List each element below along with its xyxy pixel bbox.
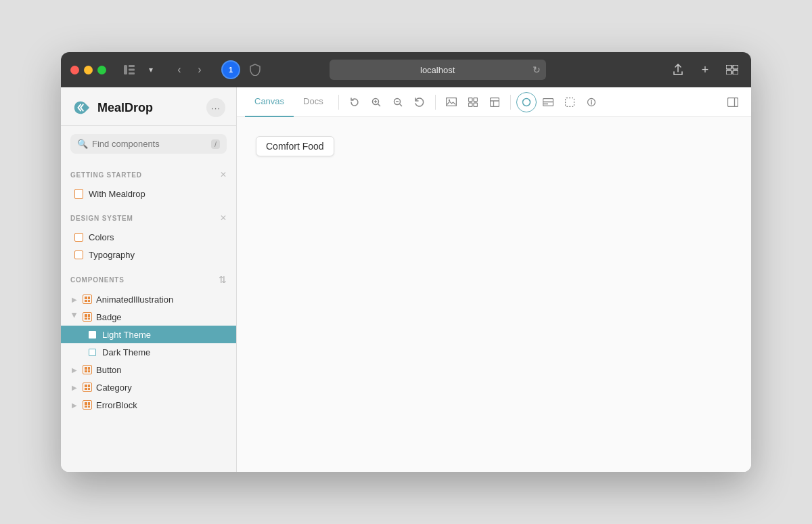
- dark-theme-label: Dark Theme: [102, 347, 150, 357]
- onepassword-icon[interactable]: 1: [221, 60, 240, 79]
- svg-rect-14: [468, 103, 472, 107]
- forward-button[interactable]: ›: [190, 60, 209, 79]
- colors-icon: [73, 232, 84, 242]
- components-section: COMPONENTS ⇅ ▶ AnimatedIllustration ▶: [61, 266, 236, 416]
- svg-point-17: [522, 98, 530, 106]
- badge-label: Badge: [96, 312, 122, 322]
- getting-started-title: GETTING STARTED: [70, 171, 142, 179]
- svg-rect-6: [726, 70, 731, 74]
- animated-illustration-label: AnimatedIllustration: [96, 294, 173, 305]
- component-grid-icon: [82, 294, 93, 305]
- svg-rect-7: [733, 70, 738, 74]
- image-icon-btn[interactable]: [441, 92, 461, 112]
- svg-rect-3: [129, 72, 135, 74]
- search-shortcut-badge: /: [211, 139, 220, 149]
- toolbar-divider-2: [435, 95, 436, 110]
- reset-zoom-icon-btn[interactable]: [409, 92, 430, 112]
- error-block-label: ErrorBlock: [96, 400, 137, 410]
- category-arrow-icon: ▶: [70, 383, 78, 391]
- design-system-collapse-icon[interactable]: ✕: [220, 213, 227, 223]
- sidebar-menu-button[interactable]: ···: [206, 98, 225, 117]
- errorblock-arrow-icon: ▶: [70, 401, 78, 409]
- tab-canvas[interactable]: Canvas: [245, 87, 294, 117]
- search-input[interactable]: [92, 139, 207, 149]
- tab-overview-icon[interactable]: [723, 60, 742, 79]
- getting-started-collapse-icon[interactable]: ✕: [220, 170, 227, 179]
- expanded-arrow-icon: ▶: [70, 313, 78, 321]
- app-body: MealDrop ··· 🔍 / GETTING STARTED ✕: [61, 87, 751, 472]
- brand-logo-icon: [72, 99, 92, 116]
- sidebar-item-category[interactable]: ▶ Category: [61, 378, 236, 396]
- address-text: localhost: [420, 65, 455, 75]
- titlebar-controls: ▾: [120, 60, 160, 79]
- sidebar-item-with-mealdrop[interactable]: With Mealdrop: [61, 185, 236, 202]
- svg-rect-2: [129, 69, 135, 71]
- traffic-lights: [70, 66, 106, 74]
- sidebar-item-badge[interactable]: ▶ Badge: [61, 308, 236, 326]
- sidebar-item-error-block[interactable]: ▶ ErrorBlock: [61, 396, 236, 414]
- close-button[interactable]: [70, 66, 79, 74]
- svg-point-11: [449, 100, 450, 101]
- typography-label: Typography: [89, 250, 135, 260]
- add-tab-icon[interactable]: +: [696, 60, 715, 79]
- toolbar-icons-middle: [441, 92, 505, 112]
- titlebar: ▾ ‹ › 1 localhost ↻ +: [61, 52, 751, 87]
- grid-view-icon-btn[interactable]: [463, 92, 483, 112]
- svg-rect-12: [468, 97, 472, 102]
- shield-icon[interactable]: [246, 60, 265, 79]
- design-system-title: DESIGN SYSTEM: [70, 215, 133, 222]
- sidebar-item-animated-illustration[interactable]: ▶ AnimatedIllustration: [61, 290, 236, 308]
- panel-icon-btn[interactable]: [538, 92, 558, 112]
- sidebar-toggle-icon[interactable]: [120, 60, 139, 79]
- components-title: COMPONENTS: [70, 276, 125, 284]
- chevron-down-icon[interactable]: ▾: [141, 60, 160, 79]
- category-component-icon: [82, 382, 93, 393]
- search-box[interactable]: 🔍 /: [70, 134, 227, 154]
- refresh-icon[interactable]: ↻: [533, 64, 541, 75]
- frame-icon-btn[interactable]: [560, 92, 580, 112]
- circle-icon-btn[interactable]: [516, 92, 537, 112]
- sidebar: MealDrop ··· 🔍 / GETTING STARTED ✕: [61, 87, 237, 472]
- layout-icon-btn[interactable]: [484, 92, 505, 112]
- svg-rect-4: [726, 65, 731, 69]
- sidebar-item-dark-theme[interactable]: Dark Theme: [61, 343, 236, 361]
- svg-rect-1: [129, 65, 135, 67]
- tab-docs[interactable]: Docs: [294, 87, 333, 117]
- sidebar-item-typography[interactable]: Typography: [61, 246, 236, 263]
- share-icon[interactable]: [669, 60, 687, 79]
- zoom-out-icon-btn[interactable]: [388, 92, 408, 112]
- address-bar[interactable]: localhost ↻: [330, 60, 546, 80]
- dark-theme-icon: [87, 347, 97, 357]
- svg-rect-5: [733, 65, 738, 69]
- sidebar-item-light-theme[interactable]: Light Theme: [61, 326, 236, 343]
- colors-label: Colors: [89, 232, 114, 242]
- sidebar-item-button[interactable]: ▶ Button: [61, 361, 236, 378]
- sidebar-item-colors[interactable]: Colors: [61, 228, 236, 246]
- errorblock-component-icon: [82, 399, 93, 410]
- refresh-icon-btn[interactable]: [344, 92, 365, 112]
- brand: MealDrop: [72, 99, 153, 116]
- light-theme-icon: [87, 329, 97, 340]
- sidebar-header: MealDrop ···: [61, 87, 236, 126]
- toolbar-icons-left: [344, 92, 430, 112]
- zoom-in-icon-btn[interactable]: [366, 92, 386, 112]
- toolbar-icons-right: [516, 92, 602, 112]
- maximize-button[interactable]: [97, 66, 106, 74]
- light-theme-label: Light Theme: [102, 330, 151, 340]
- svg-rect-16: [490, 97, 499, 106]
- titlebar-actions: +: [669, 60, 742, 79]
- toolbar: Canvas Docs: [237, 87, 751, 117]
- sidebar-right-icon-btn[interactable]: [723, 92, 743, 112]
- svg-rect-10: [446, 98, 456, 106]
- app-window: ▾ ‹ › 1 localhost ↻ +: [61, 52, 751, 472]
- back-button[interactable]: ‹: [170, 60, 189, 79]
- getting-started-header: GETTING STARTED ✕: [61, 167, 236, 182]
- components-sort-icon[interactable]: ⇅: [219, 274, 227, 285]
- typography-icon: [73, 249, 84, 260]
- ellipsis-icon: ···: [211, 103, 221, 113]
- button-arrow-icon: ▶: [70, 366, 78, 374]
- brand-name-text: MealDrop: [97, 101, 153, 115]
- info-icon-btn[interactable]: [581, 92, 602, 112]
- minimize-button[interactable]: [84, 66, 93, 74]
- badge-component-icon: [82, 311, 93, 322]
